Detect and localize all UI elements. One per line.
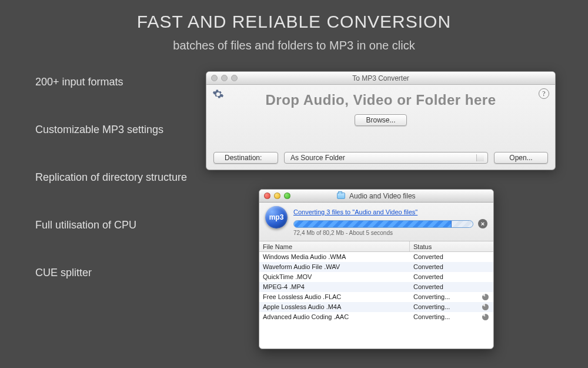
cancel-button[interactable]: × bbox=[478, 219, 487, 228]
file-status: Converting... bbox=[410, 302, 493, 312]
file-status: Converted bbox=[410, 272, 493, 282]
zoom-icon[interactable] bbox=[231, 75, 238, 81]
table-row[interactable]: Waveform Audio File .WAVConverted bbox=[259, 262, 493, 272]
window-title: To MP3 Converter bbox=[352, 74, 409, 82]
destination-select[interactable]: As Source Folder ▴▾ bbox=[284, 152, 488, 164]
table-row[interactable]: MPEG-4 .MP4Converted bbox=[259, 282, 493, 292]
minimize-icon[interactable] bbox=[274, 193, 280, 199]
file-table: Windows Media Audio .WMAConvertedWavefor… bbox=[259, 252, 493, 322]
spinner-icon bbox=[482, 314, 489, 320]
file-name: Windows Media Audio .WMA bbox=[259, 252, 410, 262]
file-status: Converted bbox=[410, 282, 493, 292]
progress-subtext: 72,4 Mb of 80,2 Mb - About 5 seconds bbox=[293, 230, 487, 236]
table-row[interactable]: QuickTime .MOVConverted bbox=[259, 272, 493, 282]
file-name: QuickTime .MOV bbox=[259, 272, 410, 282]
progress-window: Audio and Video files mp3 Converting 3 f… bbox=[259, 189, 494, 349]
hero-title: FAST AND RELIABLE CONVERSION bbox=[0, 12, 588, 32]
folder-icon bbox=[337, 193, 345, 199]
mp3-icon: mp3 bbox=[265, 206, 288, 228]
file-name: Advanced Audio Coding .AAC bbox=[259, 312, 410, 322]
file-name: Free Lossless Audio .FLAC bbox=[259, 292, 410, 302]
table-row[interactable]: Windows Media Audio .WMAConverted bbox=[259, 252, 493, 262]
file-status: Converted bbox=[410, 262, 493, 272]
file-status: Converted bbox=[410, 252, 493, 262]
progress-bar bbox=[293, 220, 473, 228]
hero-subtitle: batches of files and folders to MP3 in o… bbox=[0, 39, 588, 52]
browse-button[interactable]: Browse... bbox=[355, 114, 406, 126]
file-status: Converting... bbox=[410, 312, 493, 322]
feature-list: 200+ input formats Customizable MP3 sett… bbox=[35, 76, 187, 314]
gear-icon[interactable] bbox=[212, 88, 224, 100]
file-name: MPEG-4 .MP4 bbox=[259, 282, 410, 292]
file-name: Waveform Audio File .WAV bbox=[259, 262, 410, 272]
close-icon[interactable] bbox=[211, 75, 218, 81]
spinner-icon bbox=[482, 294, 489, 300]
table-row[interactable]: Apple Lossless Audio .M4AConverting... bbox=[259, 302, 493, 312]
file-name: Apple Lossless Audio .M4A bbox=[259, 302, 410, 312]
destination-button[interactable]: Destination: bbox=[213, 152, 278, 164]
table-row[interactable]: Advanced Audio Coding .AACConverting... bbox=[259, 312, 493, 322]
chevron-updown-icon: ▴▾ bbox=[481, 154, 483, 162]
help-button[interactable]: ? bbox=[539, 88, 549, 99]
feature-item: Replication of directory structure bbox=[35, 171, 187, 184]
status-link[interactable]: Converting 3 files to "Audio and Video f… bbox=[293, 208, 417, 216]
minimize-icon[interactable] bbox=[221, 75, 228, 81]
window-titlebar[interactable]: Audio and Video files bbox=[259, 190, 493, 203]
close-icon[interactable] bbox=[264, 193, 270, 199]
col-status[interactable]: Status bbox=[410, 241, 493, 251]
zoom-icon[interactable] bbox=[284, 193, 290, 199]
feature-item: CUE splitter bbox=[35, 267, 187, 279]
window-titlebar[interactable]: To MP3 Converter bbox=[206, 72, 555, 85]
open-button[interactable]: Open... bbox=[494, 152, 548, 164]
drop-zone[interactable]: Drop Audio, Video or Folder here Browse.… bbox=[206, 85, 555, 126]
file-status: Converting... bbox=[410, 292, 493, 302]
feature-item: Customizable MP3 settings bbox=[35, 124, 187, 136]
window-title: Audio and Video files bbox=[337, 192, 415, 200]
destination-value: As Source Folder bbox=[290, 154, 345, 162]
col-filename[interactable]: File Name bbox=[259, 241, 410, 251]
spinner-icon bbox=[482, 304, 489, 310]
drop-label: Drop Audio, Video or Folder here bbox=[206, 92, 555, 108]
table-header[interactable]: File Name Status bbox=[259, 241, 493, 252]
traffic-lights[interactable] bbox=[211, 75, 238, 81]
converter-window: To MP3 Converter ? Drop Audio, Video or … bbox=[206, 71, 556, 170]
table-row[interactable]: Free Lossless Audio .FLACConverting... bbox=[259, 292, 493, 302]
feature-item: Full utilisation of CPU bbox=[35, 219, 187, 231]
traffic-lights[interactable] bbox=[264, 193, 290, 199]
feature-item: 200+ input formats bbox=[35, 76, 187, 88]
